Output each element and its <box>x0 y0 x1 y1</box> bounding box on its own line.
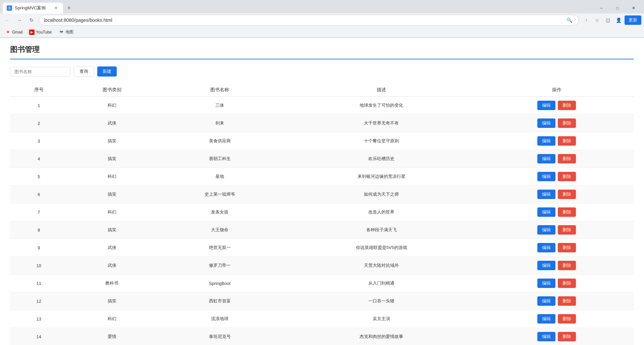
cell-id: 2 <box>10 114 68 132</box>
active-tab[interactable]: S SpringMVC案例 ✕ <box>3 3 63 13</box>
tab-bar: S SpringMVC案例 ✕ + – □ ✕ <box>0 0 644 13</box>
cell-category: 科幻 <box>68 97 156 114</box>
delete-button[interactable]: 删除 <box>558 190 576 199</box>
table-row: 14 爱情 泰坦尼克号 杰克和肉丝的爱情故事 编辑 删除 <box>10 328 634 345</box>
close-button[interactable]: ✕ <box>626 3 641 13</box>
bookmarks-bar: M Gmail ▶ YouTube 🗺 地图 <box>0 27 644 38</box>
cell-actions: 编辑 删除 <box>479 310 634 328</box>
cell-name: 发条女孩 <box>156 203 283 221</box>
search-icon[interactable]: 🔍 <box>565 15 574 25</box>
update-button[interactable]: 更新 <box>625 15 641 25</box>
cell-description: 一口吞一头猪 <box>283 292 479 310</box>
query-button[interactable]: 查询 <box>74 66 94 77</box>
delete-button[interactable]: 删除 <box>558 243 576 252</box>
url-bar[interactable]: localhost:8080/pages/books.html 🔍 <box>39 15 579 26</box>
cell-category: 武侠 <box>68 257 156 275</box>
delete-button[interactable]: 删除 <box>558 207 576 217</box>
delete-button[interactable]: 删除 <box>558 314 576 324</box>
edit-button[interactable]: 编辑 <box>537 207 555 217</box>
table-row: 6 搞笑 史上第一祖师爷 如何成为天下之师 编辑 删除 <box>10 186 634 203</box>
title-divider <box>10 59 634 59</box>
profile-icon[interactable]: 👤 <box>614 15 623 25</box>
edit-button[interactable]: 编辑 <box>537 225 555 235</box>
edit-button[interactable]: 编辑 <box>537 190 555 199</box>
edit-button[interactable]: 编辑 <box>537 332 555 341</box>
edit-button[interactable]: 编辑 <box>537 136 555 146</box>
cell-description: 改造人的世界 <box>283 203 479 221</box>
delete-button[interactable]: 删除 <box>558 118 576 128</box>
back-button[interactable]: ← <box>3 15 12 25</box>
bookmark-gmail-label: Gmail <box>12 30 22 35</box>
minimize-button[interactable]: – <box>594 3 609 13</box>
cell-description: 来到银河边缘的荒凉行星 <box>283 168 479 186</box>
table-row: 5 科幻 基地 来到银河边缘的荒凉行星 编辑 删除 <box>10 168 634 186</box>
edit-button[interactable]: 编辑 <box>537 296 555 306</box>
extensions-icon[interactable]: ◫ <box>603 15 612 25</box>
cell-actions: 编辑 删除 <box>479 97 634 114</box>
delete-button[interactable]: 删除 <box>558 332 576 341</box>
cell-actions: 编辑 删除 <box>479 150 634 168</box>
cell-id: 12 <box>10 292 68 310</box>
bookmark-maps-label: 地图 <box>65 29 73 35</box>
bookmark-maps[interactable]: 🗺 地图 <box>56 28 76 36</box>
page-title: 图书管理 <box>10 45 634 55</box>
cell-category: 搞笑 <box>68 186 156 203</box>
table-row: 12 搞笑 西虹市首富 一口吞一头猪 编辑 删除 <box>10 292 634 310</box>
table-row: 10 武侠 修罗刀帝一 天荒大陆对抗域外 编辑 删除 <box>10 257 634 275</box>
share-icon[interactable]: ↑ <box>582 15 591 25</box>
bookmark-youtube[interactable]: ▶ YouTube <box>26 29 54 36</box>
col-actions: 操作 <box>479 84 634 97</box>
bookmark-star-icon[interactable]: ☆ <box>592 15 602 25</box>
reload-button[interactable]: ↻ <box>27 15 36 25</box>
cell-id: 4 <box>10 150 68 168</box>
new-tab-button[interactable]: + <box>64 3 74 13</box>
edit-button[interactable]: 编辑 <box>537 101 555 110</box>
col-name: 图书名称 <box>156 84 283 97</box>
cell-actions: 编辑 删除 <box>479 132 634 150</box>
delete-button[interactable]: 删除 <box>558 279 576 288</box>
cell-category: 科幻 <box>68 168 156 186</box>
bookmark-gmail[interactable]: M Gmail <box>3 29 25 36</box>
cell-id: 1 <box>10 97 68 114</box>
page-content: 图书管理 查询 新建 序号 图书类别 图书名称 描述 操作 1 科幻 三体 地球… <box>0 38 644 345</box>
delete-button[interactable]: 删除 <box>558 154 576 163</box>
forward-button[interactable]: → <box>15 15 24 25</box>
browser-chrome: S SpringMVC案例 ✕ + – □ ✕ ← → ↻ localhost:… <box>0 0 644 38</box>
cell-description: 地球发生了可怕的变化 <box>283 97 479 114</box>
cell-category: 搞笑 <box>68 292 156 310</box>
cell-category: 科幻 <box>68 310 156 328</box>
delete-button[interactable]: 删除 <box>558 225 576 235</box>
edit-button[interactable]: 编辑 <box>537 261 555 270</box>
search-bar: 查询 新建 <box>10 66 634 77</box>
edit-button[interactable]: 编辑 <box>537 154 555 163</box>
edit-button[interactable]: 编辑 <box>537 314 555 324</box>
cell-category: 武侠 <box>68 239 156 257</box>
cell-description: 欢乐吐槽历史 <box>283 150 479 168</box>
cell-id: 10 <box>10 257 68 275</box>
tab-close-button[interactable]: ✕ <box>53 5 59 11</box>
cell-name: 泰坦尼克号 <box>156 328 283 345</box>
delete-button[interactable]: 删除 <box>558 296 576 306</box>
cell-name: 基地 <box>156 168 283 186</box>
cell-category: 搞笑 <box>68 132 156 150</box>
cell-description: 大千世界无奇不有 <box>283 114 479 132</box>
delete-button[interactable]: 删除 <box>558 172 576 181</box>
address-icons: ↑ ☆ ◫ 👤 更新 <box>582 15 641 25</box>
youtube-favicon: ▶ <box>29 30 35 35</box>
edit-button[interactable]: 编辑 <box>537 172 555 181</box>
cell-description: 从入门到精通 <box>283 275 479 292</box>
table-row: 4 搞笑 唐朝工科生 欢乐吐槽历史 编辑 删除 <box>10 150 634 168</box>
delete-button[interactable]: 删除 <box>558 136 576 146</box>
edit-button[interactable]: 编辑 <box>537 118 555 128</box>
search-input[interactable] <box>10 67 70 77</box>
cell-description: 你说英雄联盟是5V5的游戏 <box>283 239 479 257</box>
cell-actions: 编辑 删除 <box>479 114 634 132</box>
edit-button[interactable]: 编辑 <box>537 279 555 288</box>
maximize-button[interactable]: □ <box>610 3 625 13</box>
delete-button[interactable]: 删除 <box>558 261 576 270</box>
edit-button[interactable]: 编辑 <box>537 243 555 252</box>
cell-actions: 编辑 删除 <box>479 328 634 345</box>
delete-button[interactable]: 删除 <box>558 101 576 110</box>
cell-name: 剑来 <box>156 114 283 132</box>
new-button[interactable]: 新建 <box>97 66 117 77</box>
